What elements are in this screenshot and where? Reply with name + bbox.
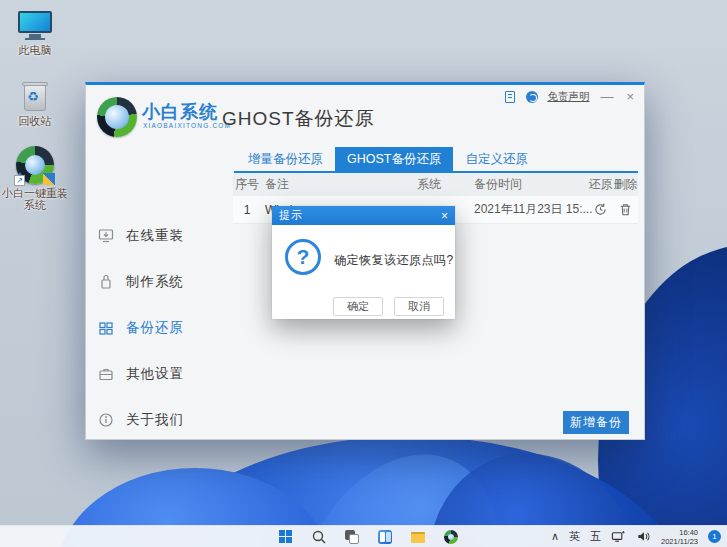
search-icon [311, 529, 327, 545]
task-view-button[interactable] [344, 529, 360, 545]
desktop-icon-xiaobai[interactable]: ↗ 小白一键重装 系统 [2, 146, 68, 211]
shortcut-arrow-icon: ↗ [14, 175, 25, 186]
widgets-button[interactable] [377, 529, 393, 545]
clock[interactable]: 16:40 2021/11/23 [661, 528, 698, 546]
desktop-icon-label: 小白一键重装 [2, 187, 68, 199]
windows-logo-icon [279, 530, 292, 543]
minimize-button[interactable]: — [598, 90, 615, 104]
network-icon[interactable] [611, 529, 626, 544]
usb-drive-icon [98, 274, 114, 290]
speaker-icon[interactable] [636, 529, 651, 544]
dialog-cancel-button[interactable]: 取消 [394, 297, 444, 316]
dialog-message: 确定恢复该还原点吗? [334, 252, 454, 269]
ime-latin-indicator[interactable]: 英 [569, 529, 580, 544]
info-icon [98, 412, 114, 428]
taskbar: ∧ 英 五 16:40 2021/11/23 1 [0, 525, 727, 547]
tray-chevron-icon[interactable]: ∧ [551, 530, 559, 543]
cell-time: 2021年11月23日 15:... [472, 201, 588, 218]
desktop-icon-recycle-bin[interactable]: ♻ 回收站 [2, 80, 68, 127]
table-header-row: 序号 备注 系统 备份时间 还原 删除 [233, 173, 638, 196]
xiaobai-taskbar-button[interactable] [443, 529, 459, 545]
customer-service-icon[interactable] [526, 91, 538, 104]
ime-mode-indicator[interactable]: 五 [590, 529, 601, 544]
tab-ghost-restore[interactable]: GHOST备份还原 [335, 147, 453, 171]
xiaobai-app-icon: ↗ [16, 146, 54, 184]
dialog-titlebar: 提示 × [272, 206, 455, 225]
tab-strip: 增量备份还原 GHOST备份还原 自定义还原 [236, 147, 540, 171]
xiaobai-logo-icon [97, 97, 137, 137]
col-header-system: 系统 [386, 176, 472, 193]
xiaobai-app-icon [444, 530, 458, 544]
tab-custom-restore[interactable]: 自定义还原 [453, 147, 540, 171]
reinstall-icon [98, 228, 114, 244]
clock-time: 16:40 [661, 528, 698, 537]
start-button[interactable] [278, 529, 294, 545]
desktop-icon-this-pc[interactable]: 此电脑 [2, 11, 68, 56]
cell-no: 1 [233, 203, 261, 217]
recycle-bin-icon: ♻ [21, 80, 49, 112]
desktop-icon-label: 回收站 [2, 115, 68, 127]
col-header-time: 备份时间 [472, 176, 588, 193]
close-button[interactable]: × [624, 90, 636, 104]
disclaimer-link[interactable]: 免责声明 [547, 90, 589, 104]
sidebar-item-online-reinstall[interactable]: 在线重装 [98, 225, 184, 247]
question-mark-icon: ? [285, 239, 321, 275]
col-header-delete: 删除 [613, 176, 638, 193]
sidebar-item-other-settings[interactable]: 其他设置 [98, 363, 184, 385]
briefcase-icon [98, 366, 114, 382]
sidebar-item-backup-restore[interactable]: 备份还原 [98, 317, 184, 339]
sidebar-item-about-us[interactable]: 关于我们 [98, 409, 184, 431]
notification-badge[interactable]: 1 [708, 530, 721, 543]
col-header-no: 序号 [233, 176, 261, 193]
backup-restore-icon [98, 320, 114, 336]
brand-domain: XIAOBAIXITONG.COM [143, 122, 231, 129]
widgets-icon [378, 530, 392, 544]
page-title: GHOST备份还原 [222, 106, 375, 132]
sidebar: 在线重装 制作系统 备份还原 其他设置 [86, 147, 230, 439]
delete-trash-icon[interactable] [618, 202, 633, 217]
computer-icon [18, 11, 52, 41]
brand-name: 小白系统 [142, 100, 218, 124]
confirm-dialog: 提示 × ? 确定恢复该还原点吗? 确定 取消 [272, 206, 455, 319]
restore-icon[interactable] [593, 202, 608, 217]
dialog-close-icon[interactable]: × [441, 210, 448, 222]
sidebar-item-make-system[interactable]: 制作系统 [98, 271, 184, 293]
dialog-ok-button[interactable]: 确定 [333, 297, 383, 316]
clock-date: 2021/11/23 [661, 537, 698, 546]
col-header-restore: 还原 [588, 176, 613, 193]
file-explorer-button[interactable] [410, 529, 426, 545]
dialog-title: 提示 [279, 208, 303, 223]
desktop-icon-label: 此电脑 [2, 44, 68, 56]
contract-icon[interactable] [505, 91, 517, 104]
search-button[interactable] [311, 529, 327, 545]
col-header-remark: 备注 [261, 176, 386, 193]
add-backup-button[interactable]: 新增备份 [563, 411, 629, 434]
desktop-icon-label: 系统 [2, 199, 68, 211]
tab-incremental-restore[interactable]: 增量备份还原 [236, 147, 335, 171]
